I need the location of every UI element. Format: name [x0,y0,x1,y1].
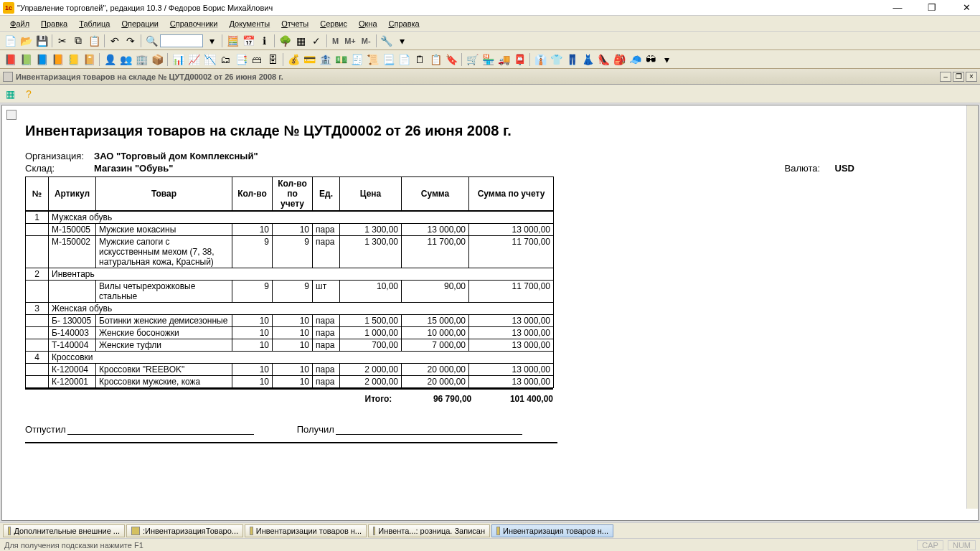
user1-icon[interactable]: 👤 [103,52,117,67]
menu-table[interactable]: Таблица [75,18,114,29]
status-num: NUM [948,540,976,550]
pp6-icon[interactable]: 🎒 [612,52,626,67]
memory-mminus[interactable]: M- [359,37,373,45]
user4-icon[interactable]: 📦 [150,52,164,67]
doc4-icon[interactable]: 📙 [50,52,65,67]
task-button-4[interactable]: Инвента...: розница. Записан [368,524,490,537]
op5-icon[interactable]: 📑 [234,52,248,67]
ex1-icon[interactable]: 🛒 [465,52,479,67]
status-hint: Для получения подсказки нажмите F1 [4,541,143,550]
rp2-icon[interactable]: 💳 [302,52,316,67]
minimize-button[interactable]: — [887,1,908,15]
memory-mplus[interactable]: M+ [342,37,358,45]
rp8-icon[interactable]: 📄 [397,52,411,67]
pp4-icon[interactable]: 👗 [580,52,595,67]
close-button[interactable]: ✕ [956,1,977,15]
pp7-icon[interactable]: 🧢 [628,52,642,67]
menu-windows[interactable]: Окна [354,18,382,29]
help-icon[interactable]: ? [22,87,36,101]
menu-edit[interactable]: Правка [37,18,72,29]
sheet-corner[interactable] [6,110,17,120]
task-button-2[interactable]: :ИнвентаризацияТоваро... [126,524,243,537]
check-icon[interactable]: ✓ [309,34,324,48]
pp5-icon[interactable]: 👠 [596,52,611,67]
rp10-icon[interactable]: 📋 [428,52,443,67]
pp3-icon[interactable]: 👖 [565,52,579,67]
rp6-icon[interactable]: 📜 [365,52,380,67]
pp2-icon[interactable]: 👕 [549,52,563,67]
maximize-button[interactable]: ❐ [921,1,943,15]
op4-icon[interactable]: 🗂 [218,52,232,67]
doc6-icon[interactable]: 📔 [82,52,96,67]
rp3-icon[interactable]: 🏦 [318,52,332,67]
menu-reports[interactable]: Отчеты [277,18,313,29]
dropdown2-icon[interactable]: ▾ [395,34,410,48]
th-sum-acc: Сумма по учету [469,177,554,212]
calendar-icon[interactable]: 📅 [241,34,255,48]
wrench-icon[interactable]: 🔧 [380,34,394,48]
zoom-combo[interactable] [160,34,203,47]
table-row: Б- 130005Ботинки женские демисезонные101… [26,315,554,327]
ex4-icon[interactable]: 📮 [512,52,527,67]
doc-restore-button[interactable]: ❐ [953,72,964,82]
op3-icon[interactable]: 📉 [202,52,217,67]
menu-operations[interactable]: Операции [117,18,162,29]
task-button-5[interactable]: Инвентаризация товаров н... [491,524,613,537]
menu-bar: Файл Правка Таблица Операции Справочники… [0,16,980,32]
doc3-icon[interactable]: 📘 [34,52,49,67]
undo-icon[interactable]: ↶ [108,34,122,48]
save-icon[interactable]: 💾 [34,34,49,48]
vertical-scrollbar[interactable] [966,105,978,509]
tree-icon[interactable]: 🌳 [278,34,292,48]
open-icon[interactable]: 📂 [19,34,33,48]
doc5-icon[interactable]: 📒 [66,52,80,67]
paste-icon[interactable]: 📋 [87,34,101,48]
rp5-icon[interactable]: 🧾 [349,52,364,67]
report-sheet[interactable]: Инвентаризация товаров на складе № ЦУТД0… [1,105,979,521]
doc-minimize-button[interactable]: – [940,72,951,82]
ex3-icon[interactable]: 🚚 [496,52,511,67]
menu-references[interactable]: Справочники [166,18,222,29]
op6-icon[interactable]: 🗃 [250,52,264,67]
doc1-icon[interactable]: 📕 [3,52,17,67]
dropdown3-icon[interactable]: ▾ [659,52,674,67]
task-button-3[interactable]: Инвентаризации товаров н... [245,524,367,537]
rp1-icon[interactable]: 💰 [286,52,301,67]
redo-icon[interactable]: ↷ [123,34,138,48]
rp7-icon[interactable]: 📃 [381,52,395,67]
task-icon [496,527,500,535]
user3-icon[interactable]: 🏢 [134,52,149,67]
rp9-icon[interactable]: 🗒 [413,52,427,67]
th-price: Цена [340,177,402,212]
rp4-icon[interactable]: 💵 [334,52,348,67]
doc2-icon[interactable]: 📗 [19,52,33,67]
sig-sent-line [67,425,254,435]
dropdown-icon[interactable]: ▾ [204,34,219,48]
menu-help[interactable]: Справка [385,18,424,29]
op7-icon[interactable]: 🗄 [265,52,280,67]
grid-icon[interactable]: ▦ [293,34,308,48]
copy-icon[interactable]: ⧉ [71,34,85,48]
menu-documents[interactable]: Документы [225,18,275,29]
op1-icon[interactable]: 📊 [171,52,185,67]
document-title: Инвентаризация товаров на складе № ЦУТД0… [16,72,940,81]
search-icon[interactable]: 🔍 [144,34,159,48]
rp11-icon[interactable]: 🔖 [444,52,458,67]
doc-close-button[interactable]: × [966,72,977,82]
calc-icon[interactable]: 🧮 [225,34,240,48]
op2-icon[interactable]: 📈 [187,52,201,67]
document-toolbar: ▦ ? [0,85,980,103]
cut-icon[interactable]: ✂ [55,34,70,48]
info-icon[interactable]: ℹ [257,34,271,48]
memory-m[interactable]: M [330,37,341,45]
user2-icon[interactable]: 👥 [118,52,133,67]
pp8-icon[interactable]: 🕶 [644,52,658,67]
toolbar-main: 📄 📂 💾 ✂ ⧉ 📋 ↶ ↷ 🔍 ▾ 🧮 📅 ℹ 🌳 ▦ ✓ M M+ M- … [0,32,980,50]
task-button-1[interactable]: Дополнительные внешние ... [3,524,125,537]
menu-file[interactable]: Файл [6,18,34,29]
new-icon[interactable]: 📄 [3,34,17,48]
print-preview-icon[interactable]: ▦ [3,87,17,101]
pp1-icon[interactable]: 👔 [533,52,547,67]
ex2-icon[interactable]: 🏪 [481,52,495,67]
menu-service[interactable]: Сервис [316,18,352,29]
